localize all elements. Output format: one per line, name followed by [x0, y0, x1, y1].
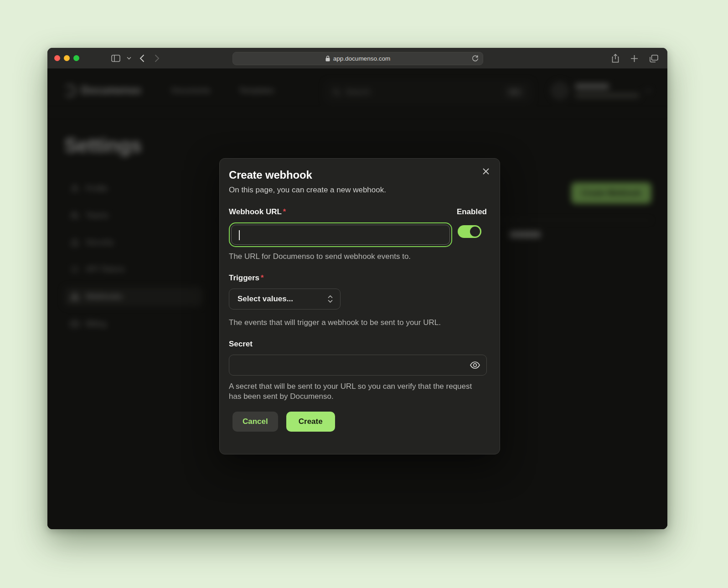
enabled-toggle[interactable]: [458, 225, 481, 238]
traffic-lights: [54, 55, 83, 61]
dialog-title: Create webhook: [229, 169, 489, 181]
chevron-up-down-icon: [327, 295, 333, 303]
triggers-helper: The events that will trigger a webhook t…: [229, 318, 489, 328]
cancel-button[interactable]: Cancel: [232, 412, 278, 432]
back-button[interactable]: [139, 54, 145, 62]
triggers-select-placeholder: Select values...: [238, 294, 293, 304]
close-icon[interactable]: [480, 165, 492, 178]
lock-icon: [325, 56, 330, 62]
address-text: app.documenso.com: [333, 55, 390, 62]
zoom-window-button[interactable]: [73, 55, 79, 61]
new-tab-icon[interactable]: [630, 55, 638, 62]
text-caret: [239, 230, 240, 240]
eye-icon[interactable]: [470, 361, 480, 370]
browser-titlebar: app.documenso.com: [47, 48, 667, 69]
close-window-button[interactable]: [54, 55, 60, 61]
secret-input[interactable]: [229, 355, 487, 376]
address-bar[interactable]: app.documenso.com: [232, 52, 483, 65]
browser-window: app.documenso.com: [47, 48, 667, 529]
webhook-url-input[interactable]: [231, 225, 450, 245]
create-webhook-dialog: Create webhook On this page, you can cre…: [219, 158, 500, 454]
required-marker: *: [283, 207, 286, 216]
secret-helper: A secret that will be sent to your URL s…: [229, 382, 475, 402]
create-button[interactable]: Create: [286, 412, 335, 432]
webhook-url-helper: The URL for Documenso to send webhook ev…: [229, 252, 489, 262]
toggle-knob: [470, 227, 480, 237]
sidebar-toggle-icon[interactable]: [111, 55, 120, 62]
minimize-window-button[interactable]: [64, 55, 70, 61]
triggers-select[interactable]: Select values...: [229, 289, 341, 309]
webhook-url-label: Webhook URL*: [229, 207, 286, 217]
dialog-description: On this page, you can create a new webho…: [229, 186, 489, 195]
triggers-label: Triggers*: [229, 273, 489, 283]
chevron-down-icon[interactable]: [127, 57, 131, 60]
tab-overview-icon[interactable]: [650, 55, 658, 62]
reload-icon[interactable]: [472, 55, 479, 64]
enabled-label: Enabled: [457, 207, 487, 217]
required-marker: *: [261, 273, 264, 282]
app-page: Documenso Documents Templates Search ⌘K: [47, 69, 667, 529]
forward-button[interactable]: [155, 54, 160, 62]
secret-label: Secret: [229, 340, 489, 349]
share-icon[interactable]: [612, 54, 619, 63]
